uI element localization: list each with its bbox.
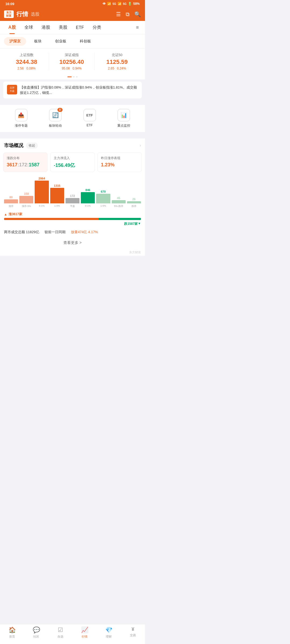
dot-3: [76, 76, 78, 77]
quick-link-etf[interactable]: ETF ETF: [73, 109, 107, 128]
sub-tab-sector[interactable]: 板块: [29, 37, 47, 46]
stat-value-3: 1.23%: [101, 162, 138, 168]
stat-card-limit-perf[interactable]: 昨日涨停表现 1.23%: [97, 152, 142, 172]
quick-links: 📤 涨停专题 🔄 新 板块轮动 ETF ETF 📊 重点监控: [0, 105, 145, 132]
index-name-3: 北证50: [97, 53, 137, 57]
main-tabs: A股 全球 港股 美股 ETF 分类 ≡: [0, 21, 145, 34]
divider-1: [0, 101, 145, 103]
limit-up-icon: 📤: [15, 109, 27, 121]
view-more-button[interactable]: 查看更多 >: [0, 237, 145, 249]
tab-hk-shares[interactable]: 港股: [37, 21, 55, 34]
app-header: 东方 财富 行情 选股 ☰ ⧉ 🔍: [0, 8, 145, 21]
sector-rotation-label: 板块轮动: [49, 123, 62, 128]
index-change-2: 95.08 0.94%: [52, 67, 91, 70]
stat-card-flow[interactable]: 主力净流入 -156.49亿: [50, 152, 95, 172]
stat-value-1: 3617:172:1587: [7, 162, 44, 168]
bottom-spacer: [0, 258, 145, 279]
etf-icon: ETF: [84, 109, 96, 121]
compare-value: 放量474亿 4.17%: [71, 230, 98, 235]
bar-1-0: 1315: [50, 184, 64, 203]
sub-tabs: 沪深京 板块 创业板 科创板: [0, 34, 145, 49]
market-overview: 市场概况 收起 › 涨跌分布 3617:172:1587 主力净流入 -156.…: [0, 138, 145, 256]
stat-label-3: 昨日涨停表现: [101, 156, 138, 160]
share-icon[interactable]: ⧉: [126, 11, 129, 17]
app-logo: 东方 财富: [4, 10, 14, 18]
bar-flat: 172: [66, 194, 79, 203]
bar-2: [19, 196, 33, 203]
index-name-2: 深证成指: [52, 53, 91, 57]
header-actions: ☰ ⧉ 🔍: [116, 11, 141, 17]
index-cards: 上证指数 3244.38 2.56 0.08% 深证成指 10256.40 95…: [0, 49, 145, 74]
progress-bar: [4, 218, 141, 220]
market-forward-icon[interactable]: ›: [140, 143, 141, 148]
sector-rotation-icon: 🔄 新: [49, 109, 61, 121]
bar-limit-up: 80: [4, 196, 18, 203]
stat-card-distribution[interactable]: 涨跌分布 3617:172:1587: [3, 152, 48, 172]
index-change-3: 2.65 0.24%: [97, 67, 137, 70]
tab-etf[interactable]: ETF: [72, 21, 88, 34]
up-count: 涨3617家: [9, 212, 22, 217]
bar-top-6: 846: [85, 188, 90, 192]
signal-5g2-icon: 5G: [123, 2, 126, 5]
progress-section: ▲ 涨3617家 跌1587家 ▼: [0, 211, 145, 228]
divider-2: [0, 134, 145, 136]
tab-a-shares[interactable]: A股: [4, 21, 20, 34]
tab-us-shares[interactable]: 美股: [55, 21, 72, 34]
bar-7: [96, 194, 110, 203]
index-value-1: 3244.38: [7, 58, 46, 65]
bar-6: [81, 192, 95, 203]
total-trade: 两市成交总额 11829亿: [4, 230, 39, 235]
wifi-icon: 📶: [107, 2, 111, 6]
index-card-shenzhen[interactable]: 深证成指 10256.40 95.08 0.94%: [49, 53, 94, 70]
bar-1-5: 670: [96, 190, 110, 203]
collapse-button[interactable]: 收起: [26, 142, 38, 149]
bar-top-5: 172: [70, 194, 75, 197]
progress-green: [99, 218, 141, 220]
stats-cards: 涨跌分布 3617:172:1587 主力净流入 -156.49亿 昨日涨停表现…: [0, 152, 145, 175]
index-name-1: 上证指数: [7, 53, 46, 57]
market-title: 市场概况: [4, 142, 23, 149]
transaction-info: 两市成交总额 11829亿 较前一日同期 放量474亿 4.17%: [0, 228, 145, 237]
carousel-dots: [0, 74, 145, 79]
search-icon[interactable]: 🔍: [134, 11, 141, 17]
bar-3: [35, 181, 49, 203]
market-header: 市场概况 收起 ›: [0, 138, 145, 152]
index-card-beijing50[interactable]: 北证50 1125.59 2.65 0.24%: [95, 53, 140, 70]
bar-chart-section: 80 158 2064 1315 172 846: [0, 175, 145, 211]
quick-link-monitor[interactable]: 📊 重点监控: [107, 109, 141, 128]
battery-percent: 58%: [133, 2, 140, 6]
dot-2: [73, 76, 75, 77]
index-change-1: 2.56 0.08%: [7, 67, 46, 70]
battery-icon: 🔋: [128, 2, 132, 6]
status-bar: 16:09 👁 📶 5G 📶 5G 🔋 58%: [0, 0, 145, 8]
bar-0-1: 846: [81, 188, 95, 203]
news-logo: 点评 大盘: [7, 85, 17, 94]
tab-category[interactable]: 分类: [88, 21, 106, 34]
page-title: 行情: [16, 10, 28, 18]
bar-top-2: 158: [24, 192, 29, 195]
sub-tab-star[interactable]: 科创板: [74, 37, 96, 46]
status-time: 16:09: [5, 2, 14, 6]
dot-1: [67, 76, 72, 77]
compare-label: 较前一日同期: [45, 230, 66, 235]
eye-icon: 👁: [103, 2, 106, 6]
bar-top-8: 45: [117, 196, 120, 200]
header-subtitle[interactable]: 选股: [31, 12, 39, 17]
quick-link-limit-up[interactable]: 📤 涨停专题: [4, 109, 38, 128]
bar-top-9: 26: [132, 197, 136, 201]
monitor-icon: 📊: [118, 109, 130, 121]
progress-red: [4, 218, 99, 220]
quick-link-sector-rotation[interactable]: 🔄 新 板块轮动: [38, 109, 73, 128]
settings-list-icon[interactable]: ☰: [116, 11, 121, 17]
down-count: 跌1587家: [124, 222, 138, 226]
sub-tab-shjj[interactable]: 沪深京: [4, 37, 26, 46]
news-text: 【收盘播报】沪指涨0.08%，深证成指涨0.94%，创业板指涨1.81%。成交额…: [20, 85, 138, 95]
tab-global[interactable]: 全球: [20, 21, 37, 34]
index-card-shanghai[interactable]: 上证指数 3244.38 2.56 0.08%: [4, 53, 49, 70]
bar-5-limit: 45: [112, 196, 126, 203]
news-banner[interactable]: 点评 大盘 【收盘播报】沪指涨0.08%，深证成指涨0.94%，创业板指涨1.8…: [3, 82, 142, 98]
stat-label-1: 涨跌分布: [7, 156, 44, 160]
sub-tab-chinext[interactable]: 创业板: [50, 37, 72, 46]
bar-top-7: 670: [101, 190, 106, 193]
tabs-more-icon[interactable]: ≡: [134, 21, 141, 34]
